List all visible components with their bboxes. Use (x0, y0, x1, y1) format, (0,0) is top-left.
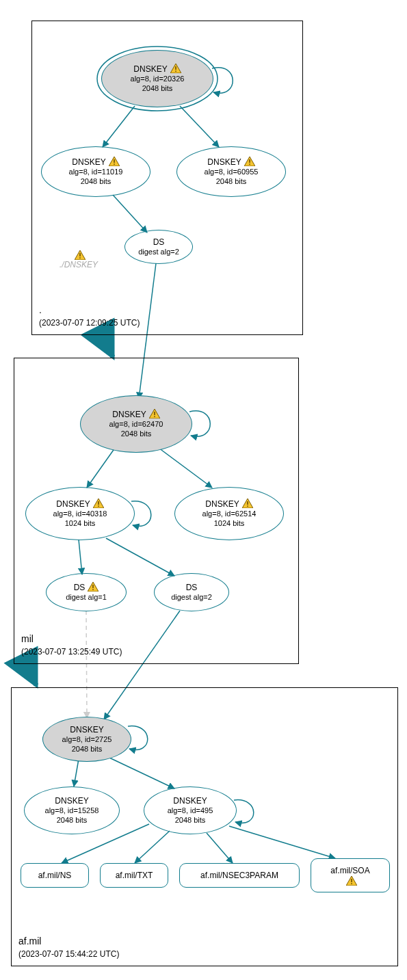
warning-icon (88, 582, 99, 592)
label: DNSKEY (205, 499, 239, 509)
algid: alg=8, id=60955 (205, 168, 259, 177)
bits: 2048 bits (216, 177, 247, 187)
zone-root-timestamp: (2023-07-07 12:09:25 UTC) (39, 318, 140, 328)
node-af-zsk1: DNSKEY alg=8, id=15258 2048 bits (24, 786, 120, 834)
node-mil-zsk1: DNSKEY alg=8, id=40318 1024 bits (25, 487, 135, 540)
node-af-soa: af.mil/SOA (311, 858, 390, 892)
label: af.mil/NSEC3PARAM (200, 871, 278, 881)
zone-mil-timestamp: (2023-07-07 13:25:49 UTC) (21, 647, 122, 657)
node-mil-ksk: DNSKEY alg=8, id=62470 2048 bits (80, 395, 192, 453)
warning-icon (149, 409, 160, 419)
label: DNSKEY (72, 157, 105, 167)
warning-icon (93, 499, 104, 508)
node-root-zsk2: DNSKEY alg=8, id=60955 2048 bits (176, 146, 286, 197)
bits: 2048 bits (72, 745, 103, 754)
bits: 2048 bits (57, 816, 88, 825)
svg-rect-6 (249, 164, 250, 165)
algid: alg=8, id=62514 (202, 509, 257, 519)
label: af.mil/SOA (330, 866, 369, 876)
node-af-ksk: DNSKEY alg=8, id=2725 2048 bits (42, 717, 131, 762)
svg-rect-2 (175, 71, 176, 72)
algid: alg=8, id=40318 (53, 509, 107, 519)
svg-rect-1 (175, 66, 176, 70)
zone-root-name: . (39, 304, 42, 315)
bits: 2048 bits (142, 84, 173, 94)
node-af-ns: af.mil/NS (21, 863, 89, 888)
node-mil-ds1: DS digest alg=1 (46, 573, 127, 611)
svg-rect-12 (98, 506, 99, 507)
svg-rect-18 (351, 883, 352, 884)
label: af.mil/NS (38, 871, 72, 881)
algid: alg=8, id=62470 (109, 420, 163, 429)
svg-rect-7 (79, 253, 81, 256)
bits: 2048 bits (81, 177, 111, 187)
label: ./DNSKEY (60, 260, 98, 269)
node-af-zsk2: DNSKEY alg=8, id=495 2048 bits (144, 786, 237, 834)
warning-icon (346, 876, 357, 886)
label: DS (186, 583, 198, 593)
svg-rect-17 (351, 879, 352, 882)
digest: digest alg=2 (138, 248, 179, 257)
svg-rect-5 (249, 159, 250, 163)
dnssec-graph: { "zones": { "root": { "name": ".", "tim… (0, 0, 407, 980)
zone-af-timestamp: (2023-07-07 15:44:22 UTC) (18, 949, 119, 959)
bits: 2048 bits (175, 816, 206, 825)
bits: 2048 bits (121, 429, 152, 439)
zone-af-name: af.mil (18, 936, 41, 946)
svg-rect-11 (98, 501, 99, 505)
svg-rect-13 (247, 501, 248, 505)
bits: 1024 bits (65, 519, 96, 529)
node-af-n3p: af.mil/NSEC3PARAM (179, 863, 300, 888)
node-mil-zsk2: DNSKEY alg=8, id=62514 1024 bits (174, 487, 284, 540)
label: DNSKEY (56, 499, 90, 509)
label: af.mil/TXT (116, 871, 153, 881)
label: DNSKEY (70, 725, 103, 735)
svg-rect-9 (154, 412, 155, 415)
label: DNSKEY (112, 410, 146, 419)
svg-rect-8 (79, 257, 81, 259)
svg-rect-14 (247, 506, 248, 507)
warning-icon (244, 157, 255, 166)
warning-icon (75, 250, 86, 260)
svg-rect-16 (93, 589, 94, 590)
algid: alg=8, id=20326 (131, 75, 185, 84)
digest: digest alg=2 (171, 593, 212, 602)
digest: digest alg=1 (66, 593, 107, 602)
algid: alg=8, id=15258 (45, 806, 99, 816)
svg-rect-3 (114, 159, 115, 163)
node-root-zsk1: DNSKEY alg=8, id=11019 2048 bits (41, 146, 150, 197)
warning-icon (242, 499, 253, 508)
algid: alg=8, id=2725 (62, 735, 112, 745)
node-root-skipped-dnskey: ./DNSKEY (48, 250, 109, 270)
svg-rect-10 (154, 416, 155, 418)
svg-rect-4 (114, 164, 115, 165)
algid: alg=8, id=11019 (69, 168, 123, 177)
svg-rect-15 (93, 585, 94, 588)
label: DNSKEY (173, 796, 207, 806)
label: DNSKEY (55, 796, 88, 806)
label: DS (74, 583, 86, 592)
algid: alg=8, id=495 (168, 806, 213, 816)
warning-icon (170, 64, 181, 73)
node-root-ksk: DNSKEY alg=8, id=20326 2048 bits (101, 50, 213, 107)
bits: 1024 bits (214, 519, 245, 529)
node-root-ds: DS digest alg=2 (124, 230, 193, 264)
node-mil-ds2: DS digest alg=2 (154, 573, 229, 611)
zone-mil-name: mil (21, 633, 34, 644)
warning-icon (109, 157, 120, 166)
label: DS (153, 237, 165, 248)
label: DNSKEY (207, 157, 241, 167)
label: DNSKEY (133, 64, 167, 74)
node-af-txt: af.mil/TXT (100, 863, 168, 888)
